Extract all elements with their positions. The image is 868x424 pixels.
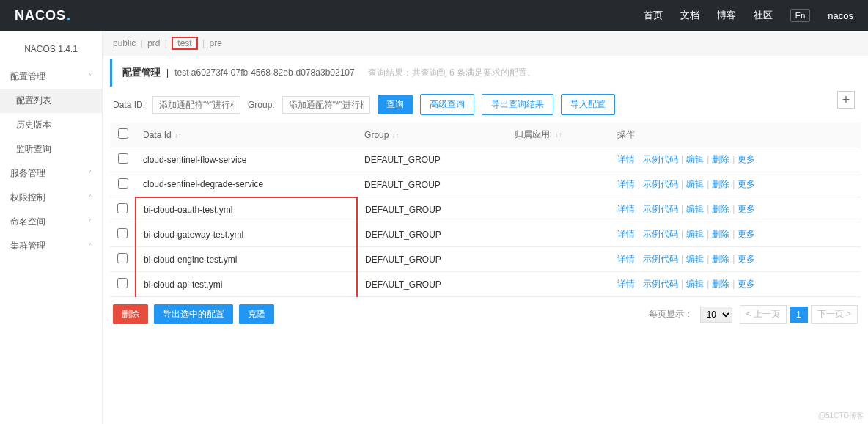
- sidebar-item-配置管理[interactable]: 配置管理˄: [0, 65, 102, 89]
- select-all-checkbox[interactable]: [118, 128, 128, 139]
- chevron-icon: ˅: [88, 169, 92, 178]
- lang-switch[interactable]: En: [790, 9, 810, 22]
- nav-docs[interactable]: 文档: [680, 9, 699, 22]
- header-nav: 首页 文档 博客 社区 En nacos: [644, 9, 853, 22]
- cell-app: [507, 172, 610, 197]
- row-checkbox[interactable]: [118, 178, 128, 189]
- sidebar-item-集群管理[interactable]: 集群管理˅: [0, 234, 102, 258]
- sidebar-item-权限控制[interactable]: 权限控制˅: [0, 186, 102, 210]
- cell-group: DEFAULT_GROUP: [357, 197, 507, 222]
- cell-actions: 详情|示例代码|编辑|删除|更多: [610, 272, 861, 297]
- action-edit[interactable]: 编辑: [686, 179, 704, 189]
- action-more[interactable]: 更多: [738, 254, 755, 264]
- search-button[interactable]: 查询: [378, 95, 413, 114]
- action-delete[interactable]: 删除: [712, 229, 729, 239]
- dataid-input[interactable]: [152, 96, 240, 114]
- col-group[interactable]: Group↓↑: [357, 123, 507, 147]
- advanced-button[interactable]: 高级查询: [420, 94, 474, 115]
- table-row: cloud-sentinel-flow-serviceDEFAULT_GROUP…: [110, 147, 861, 172]
- nav-community[interactable]: 社区: [754, 9, 773, 22]
- result-hint: 查询结果：共查询到 6 条满足要求的配置。: [368, 67, 536, 79]
- pager: < 上一页 1 下一页 >: [740, 305, 858, 324]
- watermark: @51CTO博客: [818, 411, 864, 421]
- action-delete[interactable]: 删除: [712, 254, 729, 264]
- pagesize-label: 每页显示：: [649, 308, 693, 321]
- action-sample[interactable]: 示例代码: [643, 204, 678, 214]
- delete-button[interactable]: 删除: [113, 304, 148, 324]
- import-button[interactable]: 导入配置: [561, 94, 615, 115]
- tab-prd[interactable]: prd: [147, 38, 160, 48]
- cell-group: DEFAULT_GROUP: [357, 147, 507, 172]
- cell-dataid: cloud-sentinel-flow-service: [136, 147, 357, 172]
- sidebar-subitem[interactable]: 历史版本: [0, 113, 102, 137]
- row-checkbox[interactable]: [117, 203, 128, 213]
- action-detail[interactable]: 详情: [617, 254, 635, 264]
- cell-app: [507, 147, 610, 172]
- top-header: NACOS. 首页 文档 博客 社区 En nacos: [0, 0, 868, 31]
- action-edit[interactable]: 编辑: [686, 204, 704, 214]
- page-number[interactable]: 1: [790, 307, 808, 323]
- action-sample[interactable]: 示例代码: [643, 229, 678, 239]
- action-edit[interactable]: 编辑: [686, 279, 704, 289]
- clone-button[interactable]: 克隆: [239, 304, 274, 324]
- prev-page-button[interactable]: < 上一页: [740, 305, 787, 324]
- sort-icon: ↓↑: [555, 131, 562, 139]
- action-sample[interactable]: 示例代码: [643, 254, 678, 264]
- action-detail[interactable]: 详情: [617, 279, 635, 289]
- sidebar-subitem[interactable]: 配置列表: [0, 89, 102, 113]
- action-sample[interactable]: 示例代码: [643, 279, 678, 289]
- nav-home[interactable]: 首页: [644, 9, 663, 22]
- namespace-id: test a60273f4-07fb-4568-82eb-d078a3b0210…: [174, 67, 355, 78]
- sidebar-item-命名空间[interactable]: 命名空间˅: [0, 210, 102, 234]
- pagesize-select[interactable]: 10: [700, 307, 732, 323]
- sidebar-item-服务管理[interactable]: 服务管理˅: [0, 161, 102, 186]
- next-page-button[interactable]: 下一页 >: [811, 305, 858, 324]
- group-input[interactable]: [282, 96, 370, 114]
- action-detail[interactable]: 详情: [617, 204, 635, 214]
- row-checkbox[interactable]: [117, 278, 128, 288]
- logo-dot-icon: .: [67, 8, 71, 23]
- add-config-button[interactable]: +: [837, 91, 855, 109]
- action-detail[interactable]: 详情: [617, 179, 635, 189]
- table-row: bi-cloud-gateway-test.ymlDEFAULT_GROUP详情…: [110, 222, 861, 247]
- nav-blog[interactable]: 博客: [717, 9, 736, 22]
- action-sample[interactable]: 示例代码: [643, 179, 678, 189]
- table-row: cloud-sentinel-degrade-serviceDEFAULT_GR…: [110, 172, 861, 197]
- nav-user[interactable]: nacos: [828, 10, 853, 21]
- action-delete[interactable]: 删除: [712, 179, 729, 189]
- col-dataid[interactable]: Data Id↓↑: [136, 123, 357, 147]
- cell-actions: 详情|示例代码|编辑|删除|更多: [610, 222, 861, 247]
- table-footer: 删除 导出选中的配置 克隆 每页显示： 10 < 上一页 1 下一页 >: [103, 297, 868, 332]
- sidebar: NACOS 1.4.1 配置管理˄配置列表历史版本监听查询服务管理˅权限控制˅命…: [0, 31, 103, 424]
- action-sample[interactable]: 示例代码: [643, 154, 678, 164]
- row-checkbox[interactable]: [118, 153, 128, 164]
- action-more[interactable]: 更多: [738, 204, 755, 214]
- action-delete[interactable]: 删除: [712, 204, 729, 214]
- action-more[interactable]: 更多: [738, 229, 755, 239]
- action-delete[interactable]: 删除: [712, 154, 729, 164]
- action-detail[interactable]: 详情: [617, 229, 635, 239]
- cell-dataid: bi-cloud-oauth-test.yml: [136, 197, 357, 222]
- action-edit[interactable]: 编辑: [686, 154, 704, 164]
- namespace-tabs: public | prd | test | pre: [103, 31, 868, 56]
- logo-text: NACOS: [15, 8, 66, 23]
- col-app[interactable]: 归属应用:↓↑: [507, 123, 610, 147]
- cell-dataid: bi-cloud-gateway-test.yml: [136, 222, 357, 247]
- action-delete[interactable]: 删除: [712, 279, 729, 289]
- action-more[interactable]: 更多: [738, 279, 755, 289]
- action-more[interactable]: 更多: [738, 179, 755, 189]
- sidebar-subitem[interactable]: 监听查询: [0, 137, 102, 161]
- tab-public[interactable]: public: [113, 38, 136, 48]
- cell-dataid: bi-cloud-api-test.yml: [136, 272, 357, 297]
- tab-test[interactable]: test: [177, 38, 191, 48]
- tab-pre[interactable]: pre: [209, 38, 221, 48]
- export-button[interactable]: 导出查询结果: [482, 94, 553, 115]
- row-checkbox[interactable]: [117, 253, 128, 263]
- action-edit[interactable]: 编辑: [686, 254, 704, 264]
- export-selected-button[interactable]: 导出选中的配置: [154, 304, 233, 324]
- action-edit[interactable]: 编辑: [686, 229, 704, 239]
- cell-app: [507, 272, 610, 297]
- action-detail[interactable]: 详情: [617, 154, 635, 164]
- row-checkbox[interactable]: [117, 228, 128, 238]
- action-more[interactable]: 更多: [738, 154, 755, 164]
